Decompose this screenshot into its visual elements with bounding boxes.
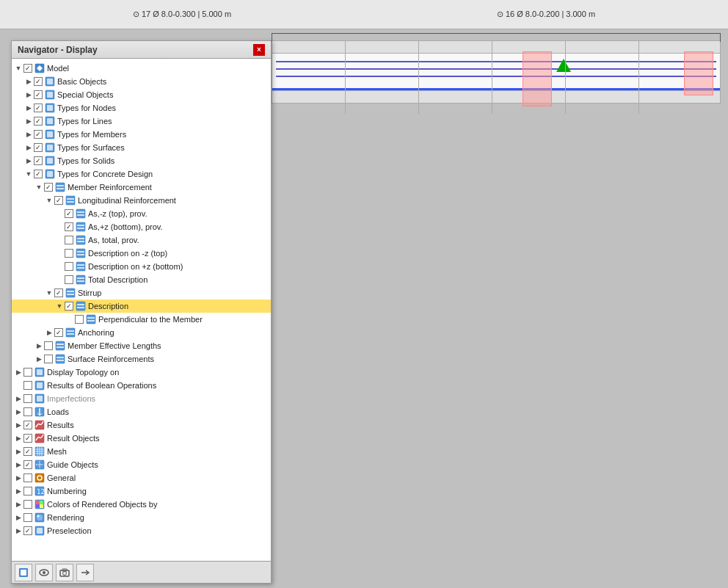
tree-item-as-top[interactable]: As,-z (top), prov. [12, 207, 271, 220]
tree-item-types-solids[interactable]: ▶Types for Solids [12, 154, 271, 167]
tree-item-as-total[interactable]: As, total, prov. [12, 233, 271, 247]
display-button[interactable] [15, 564, 32, 581]
tree-item-types-nodes[interactable]: ▶Types for Nodes [12, 101, 271, 115]
tree-item-model[interactable]: ▼Model [12, 62, 271, 75]
tree-item-types-concrete[interactable]: ▼Types for Concrete Design [12, 167, 271, 181]
tree-item-as-bottom[interactable]: As,+z (bottom), prov. [12, 220, 271, 233]
tree-item-total-desc[interactable]: Total Description [12, 273, 271, 286]
tree-item-stirrup[interactable]: ▼Stirrup [12, 286, 271, 300]
expand-preselection[interactable]: ▶ [15, 527, 22, 534]
tree-item-basic-objects[interactable]: ▶Basic Objects [12, 75, 271, 88]
checkbox-stirrup[interactable] [54, 288, 63, 297]
expand-member-reinf[interactable]: ▼ [35, 184, 43, 191]
checkbox-model[interactable] [23, 64, 32, 73]
checkbox-desc-pos[interactable] [65, 262, 73, 271]
tree-item-member-reinf[interactable]: ▼Member Reinforcement [12, 181, 271, 194]
checkbox-results[interactable] [23, 421, 32, 429]
expand-mesh[interactable]: ▶ [15, 448, 22, 455]
expand-guide-objects[interactable]: ▶ [15, 461, 22, 468]
checkbox-bool-ops[interactable] [23, 381, 32, 390]
expand-rendering[interactable]: ▶ [15, 514, 22, 521]
expand-result-objects[interactable]: ▶ [15, 435, 22, 442]
checkbox-as-top[interactable] [65, 209, 73, 218]
expand-stirrup[interactable]: ▼ [46, 289, 53, 297]
checkbox-surface-reinf[interactable] [44, 355, 53, 363]
expand-description[interactable]: ▼ [56, 302, 63, 310]
checkbox-anchoring[interactable] [54, 328, 63, 337]
expand-surface-reinf[interactable]: ▶ [35, 355, 43, 363]
expand-imperfections[interactable]: ▶ [15, 395, 22, 402]
tree-item-surface-reinf[interactable]: ▶Surface Reinforcements [12, 352, 271, 366]
checkbox-types-solids[interactable] [34, 156, 43, 165]
tree-item-member-eff[interactable]: ▶Member Effective Lengths [12, 339, 271, 352]
expand-special-objects[interactable]: ▶ [25, 91, 32, 98]
tree-item-types-lines[interactable]: ▶Types for Lines [12, 115, 271, 128]
checkbox-types-surfaces[interactable] [34, 143, 43, 152]
checkbox-member-eff[interactable] [44, 341, 53, 350]
tree-content[interactable]: ▼Model▶Basic Objects▶Special Objects▶Typ… [12, 59, 271, 561]
tree-item-anchoring[interactable]: ▶Anchoring [12, 326, 271, 339]
checkbox-result-objects[interactable] [23, 434, 32, 443]
tree-item-loads[interactable]: ▶Loads [12, 405, 271, 418]
expand-types-members[interactable]: ▶ [25, 131, 32, 138]
tree-item-imperfections[interactable]: ▶Imperfections [12, 392, 271, 405]
expand-colors-rendered[interactable]: ▶ [15, 501, 22, 508]
checkbox-display-topology[interactable] [23, 368, 32, 377]
expand-long-reinf[interactable]: ▼ [46, 197, 53, 204]
expand-numbering[interactable]: ▶ [15, 487, 22, 495]
checkbox-description[interactable] [65, 302, 73, 311]
tree-item-types-members[interactable]: ▶Types for Members [12, 128, 271, 141]
close-button[interactable]: × [253, 44, 265, 56]
tree-item-description[interactable]: ▼Description [12, 300, 271, 313]
checkbox-mesh[interactable] [23, 447, 32, 456]
checkbox-numbering[interactable] [23, 487, 32, 496]
expand-types-surfaces[interactable]: ▶ [25, 144, 32, 151]
tree-item-desc-neg[interactable]: Description on -z (top) [12, 247, 271, 260]
expand-types-lines[interactable]: ▶ [25, 117, 32, 125]
expand-anchoring[interactable]: ▶ [46, 329, 53, 336]
expand-general[interactable]: ▶ [15, 474, 22, 482]
expand-results[interactable]: ▶ [15, 421, 22, 429]
tree-item-special-objects[interactable]: ▶Special Objects [12, 88, 271, 101]
checkbox-colors-rendered[interactable] [23, 500, 32, 509]
expand-loads[interactable]: ▶ [15, 408, 22, 415]
checkbox-as-bottom[interactable] [65, 222, 73, 231]
checkbox-preselection[interactable] [23, 526, 32, 535]
checkbox-general[interactable] [23, 473, 32, 482]
checkbox-as-total[interactable] [65, 236, 73, 244]
checkbox-perpendicular[interactable] [75, 315, 84, 324]
tree-item-bool-ops[interactable]: Results of Boolean Operations [12, 379, 271, 392]
tree-item-display-topology[interactable]: ▶Display Topology on [12, 366, 271, 379]
tree-item-rendering[interactable]: ▶Rendering [12, 511, 271, 524]
checkbox-rendering[interactable] [23, 513, 32, 522]
checkbox-types-nodes[interactable] [34, 104, 43, 112]
expand-member-eff[interactable]: ▶ [35, 342, 43, 349]
tree-item-perpendicular[interactable]: Perpendicular to the Member [12, 313, 271, 326]
camera-button[interactable] [56, 564, 73, 581]
checkbox-total-desc[interactable] [65, 275, 73, 284]
tree-item-general[interactable]: ▶General [12, 471, 271, 484]
checkbox-desc-neg[interactable] [65, 249, 73, 258]
tree-item-results[interactable]: ▶Results [12, 418, 271, 432]
tree-item-desc-pos[interactable]: Description on +z (bottom) [12, 260, 271, 273]
expand-model[interactable]: ▼ [15, 65, 22, 72]
tree-item-long-reinf[interactable]: ▼Longitudinal Reinforcement [12, 194, 271, 207]
tree-item-types-surfaces[interactable]: ▶Types for Surfaces [12, 141, 271, 154]
expand-types-nodes[interactable]: ▶ [25, 104, 32, 112]
expand-types-concrete[interactable]: ▼ [25, 170, 32, 178]
expand-types-solids[interactable]: ▶ [25, 157, 32, 164]
checkbox-special-objects[interactable] [34, 90, 43, 99]
tree-item-guide-objects[interactable]: ▶Guide Objects [12, 458, 271, 471]
tree-item-preselection[interactable]: ▶Preselection [12, 524, 271, 537]
expand-display-topology[interactable]: ▶ [15, 369, 22, 376]
arrow-button[interactable] [76, 564, 94, 581]
tree-item-numbering[interactable]: ▶123Numbering [12, 484, 271, 498]
checkbox-basic-objects[interactable] [34, 77, 43, 86]
checkbox-types-lines[interactable] [34, 117, 43, 126]
checkbox-imperfections[interactable] [23, 394, 32, 403]
checkbox-types-members[interactable] [34, 130, 43, 139]
tree-item-mesh[interactable]: ▶Mesh [12, 445, 271, 458]
checkbox-long-reinf[interactable] [54, 196, 63, 205]
checkbox-types-concrete[interactable] [34, 170, 43, 178]
checkbox-loads[interactable] [23, 407, 32, 416]
